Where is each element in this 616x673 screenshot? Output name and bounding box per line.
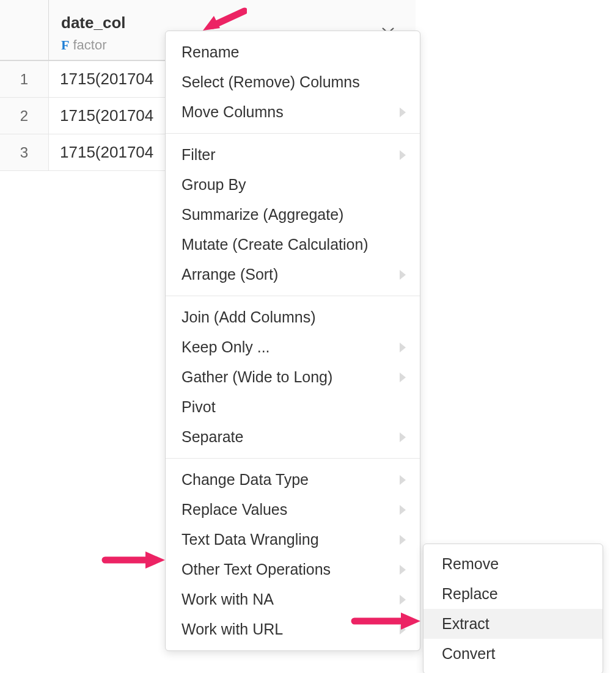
menu-item-label: Pivot [182,398,216,416]
submenu-item-replace[interactable]: Replace [424,579,603,609]
cell-value: 1715(201704 [49,70,153,89]
submenu-arrow-icon [399,535,406,545]
submenu-arrow-icon [399,373,406,382]
submenu-arrow-icon [399,107,406,117]
submenu-arrow-icon [399,270,406,280]
submenu-item-label: Replace [442,585,498,603]
menu-item-replace-values[interactable]: Replace Values [166,495,420,525]
menu-item-change-data-type[interactable]: Change Data Type [166,465,420,495]
menu-item-label: Summarize (Aggregate) [182,206,343,224]
text-wrangling-submenu: RemoveReplaceExtractConvert [423,544,603,673]
menu-item-label: Join (Add Columns) [182,308,316,326]
submenu-item-label: Convert [442,645,496,663]
menu-item-label: Change Data Type [182,471,309,489]
menu-item-label: Select (Remove) Columns [182,73,360,91]
menu-item-label: Keep Only ... [182,338,270,356]
menu-item-rename[interactable]: Rename [166,37,420,67]
menu-item-label: Group By [182,176,246,194]
menu-item-arrange-sort[interactable]: Arrange (Sort) [166,260,420,289]
submenu-arrow-icon [399,475,406,485]
submenu-item-remove[interactable]: Remove [424,549,603,579]
factor-icon: F [61,37,69,53]
submenu-arrow-icon [399,595,406,605]
svg-marker-6 [400,475,406,485]
svg-marker-5 [400,432,406,442]
submenu-item-convert[interactable]: Convert [424,639,603,669]
row-number-header [0,0,49,60]
menu-item-label: Work with NA [182,591,274,608]
svg-marker-4 [400,373,406,382]
menu-item-label: Replace Values [182,501,287,518]
menu-group: RenameSelect (Remove) ColumnsMove Column… [166,31,420,134]
menu-item-label: Other Text Operations [182,561,331,578]
menu-item-other-text-operations[interactable]: Other Text Operations [166,555,420,584]
submenu-arrow-icon [399,505,406,515]
submenu-arrow-icon [399,432,406,442]
submenu-arrow-icon [399,565,406,575]
menu-item-select-remove-columns[interactable]: Select (Remove) Columns [166,67,420,97]
menu-item-text-data-wrangling[interactable]: Text Data Wrangling [166,525,420,555]
svg-marker-2 [400,270,406,280]
annotation-arrow-icon [101,547,169,573]
menu-item-summarize-aggregate[interactable]: Summarize (Aggregate) [166,200,420,230]
menu-item-label: Text Data Wrangling [182,531,319,548]
row-number: 1 [0,61,49,97]
menu-item-gather-wide-to-long[interactable]: Gather (Wide to Long) [166,362,420,392]
menu-item-label: Work with URL [182,620,283,638]
chevron-down-icon[interactable] [381,21,395,28]
annotation-arrow-icon [351,608,424,635]
svg-marker-9 [400,565,406,575]
menu-item-label: Mutate (Create Calculation) [182,236,369,253]
svg-marker-0 [400,107,406,117]
menu-item-label: Separate [182,428,243,446]
menu-item-separate[interactable]: Separate [166,422,420,452]
cell-value: 1715(201704 [49,143,153,162]
menu-item-label: Arrange (Sort) [182,266,278,283]
column-type-label: factor [73,37,106,53]
menu-item-label: Rename [182,43,240,61]
menu-item-pivot[interactable]: Pivot [166,392,420,422]
cell-value: 1715(201704 [49,106,153,125]
submenu-item-label: Extract [442,615,490,633]
menu-item-label: Move Columns [182,103,284,121]
menu-item-filter[interactable]: Filter [166,140,420,170]
svg-marker-17 [401,613,420,630]
row-number: 3 [0,134,49,170]
row-number: 2 [0,98,49,134]
menu-item-label: Filter [182,146,216,164]
svg-marker-7 [400,505,406,515]
submenu-item-label: Remove [442,555,499,573]
svg-marker-3 [400,343,406,352]
menu-group: FilterGroup BySummarize (Aggregate)Mutat… [166,134,420,296]
menu-item-move-columns[interactable]: Move Columns [166,97,420,127]
menu-item-join-add-columns[interactable]: Join (Add Columns) [166,302,420,332]
svg-marker-13 [203,16,220,31]
submenu-arrow-icon [399,150,406,160]
submenu-item-extract[interactable]: Extract [424,609,603,639]
menu-group: Join (Add Columns)Keep Only ...Gather (W… [166,296,420,459]
menu-item-mutate-create-calculation[interactable]: Mutate (Create Calculation) [166,230,420,260]
menu-item-label: Gather (Wide to Long) [182,368,332,386]
menu-item-group-by[interactable]: Group By [166,170,420,200]
svg-marker-15 [145,551,165,569]
column-context-menu: RenameSelect (Remove) ColumnsMove Column… [165,31,420,651]
submenu-arrow-icon [399,343,406,352]
svg-marker-8 [400,535,406,545]
svg-marker-10 [400,595,406,605]
svg-marker-1 [400,150,406,160]
annotation-arrow-icon [199,5,247,34]
menu-item-keep-only[interactable]: Keep Only ... [166,332,420,362]
